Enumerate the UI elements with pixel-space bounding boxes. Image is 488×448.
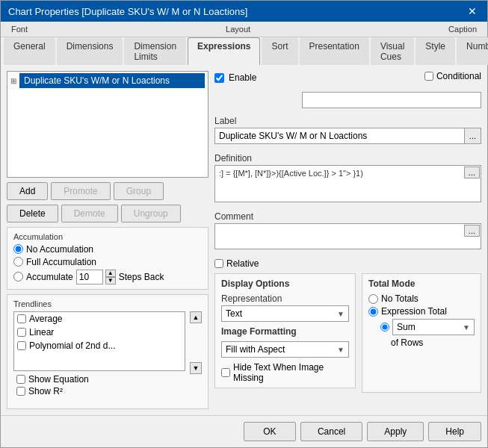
radio-accumulate[interactable]: Accumulate 10 ▲ ▼ Steps Back (13, 270, 202, 284)
radio-no-totals-input[interactable] (368, 294, 378, 304)
sum-select-row: Sum Average Count (380, 319, 475, 335)
show-r2-row[interactable]: Show R² (16, 386, 202, 396)
fill-select[interactable]: Fill with Aspect Fill Fit Stretch (221, 341, 349, 358)
dialog-title: Chart Properties [Duplicate SKU's W/ M o… (8, 6, 247, 17)
scroll-up-btn[interactable]: ▲ (190, 311, 202, 323)
radio-accumulate-label: Accumulate (26, 272, 73, 282)
tab-group-caption: Caption (441, 23, 484, 37)
relative-checkbox[interactable] (214, 259, 223, 268)
conditional-row: Conditional (424, 71, 481, 81)
expand-icon: ⊞ (10, 77, 16, 85)
show-equation-label: Show Equation (28, 374, 89, 385)
radio-no-accumulation[interactable]: No Accumulation (13, 244, 202, 255)
label-ellipsis-btn[interactable]: ... (465, 128, 481, 144)
hide-text-checkbox[interactable] (221, 368, 230, 377)
radio-accumulate-input[interactable] (13, 272, 23, 281)
sum-select[interactable]: Sum Average Count (392, 319, 475, 335)
spin-down[interactable]: ▼ (105, 277, 116, 284)
radio-expression-total-label: Expression Total (381, 306, 447, 317)
definition-field-label: Definition (214, 153, 481, 164)
radio-no-accumulation-input[interactable] (13, 244, 23, 254)
ungroup-button[interactable]: Ungroup (121, 205, 181, 223)
hide-text-label: Hide Text When Image Missing (233, 362, 349, 383)
tab-group-layout: Layout (35, 23, 441, 37)
cancel-button[interactable]: Cancel (300, 422, 362, 441)
trendline-linear-check[interactable] (17, 328, 26, 337)
show-equation-check[interactable] (16, 375, 25, 384)
help-button[interactable]: Help (428, 422, 481, 441)
ok-button[interactable]: OK (244, 422, 296, 441)
trendline-average-check[interactable] (17, 314, 26, 323)
close-button[interactable]: ✕ (465, 5, 480, 17)
delete-button[interactable]: Delete (7, 205, 58, 223)
apply-button[interactable]: Apply (367, 422, 424, 441)
display-options-title: Display Options (221, 279, 349, 289)
trendline-polynomial[interactable]: Polynomial of 2nd d... (14, 339, 185, 352)
tab-dimension-limits[interactable]: Dimension Limits (124, 37, 186, 65)
comment-ellipsis-btn[interactable]: ... (464, 225, 480, 237)
definition-box[interactable]: :] = {[M*], [N*]}>){[Active Loc.]} > 1">… (214, 165, 481, 202)
tab-presentation[interactable]: Presentation (300, 37, 369, 65)
comment-input-group: ... (214, 223, 481, 249)
sections-row: Display Options Representation Text Bar … (214, 273, 481, 393)
tab-style[interactable]: Style (416, 37, 455, 65)
title-bar: Chart Properties [Duplicate SKU's W/ M o… (1, 1, 487, 22)
trendline-polynomial-check[interactable] (17, 341, 26, 350)
content-area: ⊞ Duplicate SKU's W/M or N Loactions Add… (1, 65, 487, 415)
radio-no-accumulation-label: No Accumulation (26, 244, 93, 255)
enable-checkbox[interactable] (214, 73, 224, 83)
enable-conditional-row: Enable Conditional (214, 71, 481, 87)
conditional-input-row (214, 92, 481, 108)
add-button[interactable]: Add (7, 182, 48, 200)
scroll-down-btn[interactable]: ▼ (190, 362, 202, 374)
tab-group-layout-label: Layout (226, 25, 250, 34)
tab-group-font-label: Font (11, 25, 28, 34)
radio-expression-total-input[interactable] (368, 307, 378, 317)
trendline-linear[interactable]: Linear (14, 326, 185, 339)
relative-row: Relative (214, 258, 481, 269)
tab-visual-cues[interactable]: Visual Cues (371, 37, 414, 65)
tab-general[interactable]: General (4, 37, 55, 65)
definition-input-group: :] = {[M*], [N*]}>){[Active Loc.]} > 1">… (214, 165, 481, 202)
expression-action-row-2: Delete Demote Ungroup (7, 205, 209, 223)
comment-field-row: Comment ... (214, 211, 481, 249)
steps-input-row: 10 ▲ ▼ (76, 270, 116, 284)
trendline-linear-label: Linear (29, 327, 54, 337)
spin-up[interactable]: ▲ (105, 270, 116, 277)
tab-group-row: Font Layout Caption (1, 22, 487, 37)
label-input[interactable] (214, 128, 465, 144)
left-panel: ⊞ Duplicate SKU's W/M or N Loactions Add… (7, 71, 209, 409)
fill-select-wrapper: Fill with Aspect Fill Fit Stretch (221, 341, 349, 358)
trendlines-list[interactable]: Average Linear Polynomial of 2nd d... (13, 311, 185, 371)
show-r2-label: Show R² (28, 386, 63, 396)
accumulation-section: Accumulation No Accumulation Full Accumu… (7, 227, 209, 290)
promote-button[interactable]: Promote (51, 182, 110, 200)
definition-ellipsis-btn[interactable]: ... (464, 167, 480, 178)
show-equation-row[interactable]: Show Equation (16, 374, 202, 385)
tab-number[interactable]: Number (457, 37, 488, 65)
radio-expression-total[interactable]: Expression Total (368, 306, 475, 317)
demote-button[interactable]: Demote (61, 205, 118, 223)
radio-full-accumulation-input[interactable] (13, 257, 23, 267)
expression-list[interactable]: ⊞ Duplicate SKU's W/M or N Loactions (7, 71, 209, 178)
show-r2-check[interactable] (16, 387, 25, 396)
label-field-row: Label ... (214, 116, 481, 144)
sum-type-radio[interactable] (380, 323, 389, 332)
group-button[interactable]: Group (114, 182, 164, 200)
tab-dimensions[interactable]: Dimensions (57, 37, 123, 65)
trendlines-title: Trendlines (13, 299, 202, 308)
tab-expressions[interactable]: Expressions (188, 37, 260, 65)
radio-full-accumulation[interactable]: Full Accumulation (13, 257, 202, 267)
conditional-input[interactable] (302, 92, 481, 108)
total-mode-section: Total Mode No Totals Expression Total (362, 273, 481, 393)
trend-options: Show Equation Show R² (16, 374, 202, 396)
comment-box[interactable] (214, 223, 481, 249)
steps-value-input[interactable]: 10 (76, 270, 103, 284)
expression-item[interactable]: Duplicate SKU's W/M or N Loactions (19, 73, 205, 88)
conditional-checkbox[interactable] (424, 72, 433, 81)
representation-select[interactable]: Text Bar Traffic Light LED Image (221, 305, 349, 322)
representation-field-row: Representation Text Bar Traffic Light LE… (221, 293, 349, 322)
radio-no-totals[interactable]: No Totals (368, 293, 475, 304)
trendline-average[interactable]: Average (14, 312, 185, 326)
tab-sort[interactable]: Sort (262, 37, 297, 65)
